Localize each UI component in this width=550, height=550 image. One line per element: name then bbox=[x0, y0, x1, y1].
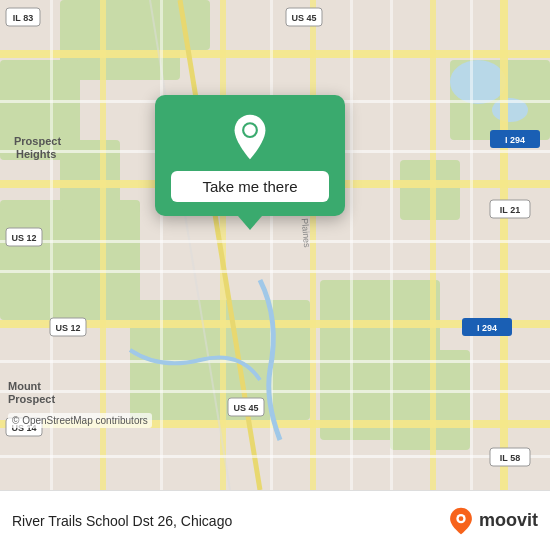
moovit-brand-text: moovit bbox=[479, 510, 538, 531]
svg-text:US 12: US 12 bbox=[11, 233, 36, 243]
svg-point-11 bbox=[450, 60, 506, 104]
svg-rect-26 bbox=[0, 240, 550, 243]
svg-text:IL 58: IL 58 bbox=[500, 453, 520, 463]
svg-rect-21 bbox=[500, 0, 508, 490]
svg-rect-34 bbox=[350, 0, 353, 490]
location-pin-icon bbox=[226, 113, 274, 161]
svg-rect-35 bbox=[390, 0, 393, 490]
svg-text:Mount: Mount bbox=[8, 380, 41, 392]
map-attribution: © OpenStreetMap contributors bbox=[8, 413, 152, 428]
svg-rect-28 bbox=[0, 360, 550, 363]
bottom-bar: River Trails School Dst 26, Chicago moov… bbox=[0, 490, 550, 550]
moovit-logo: moovit bbox=[447, 507, 538, 535]
svg-rect-27 bbox=[0, 270, 550, 273]
svg-rect-3 bbox=[0, 200, 140, 320]
svg-rect-13 bbox=[0, 50, 550, 58]
svg-text:I 294: I 294 bbox=[505, 135, 525, 145]
svg-rect-36 bbox=[470, 0, 473, 490]
svg-rect-30 bbox=[0, 455, 550, 458]
svg-text:IL 83: IL 83 bbox=[13, 13, 33, 23]
svg-rect-29 bbox=[0, 390, 550, 393]
svg-text:Heights: Heights bbox=[16, 148, 56, 160]
svg-point-63 bbox=[247, 128, 252, 133]
svg-text:Prospect: Prospect bbox=[14, 135, 61, 147]
svg-text:US 12: US 12 bbox=[55, 323, 80, 333]
moovit-logo-icon bbox=[447, 507, 475, 535]
take-me-there-button[interactable]: Take me there bbox=[171, 171, 329, 202]
svg-text:US 45: US 45 bbox=[291, 13, 316, 23]
svg-text:I 294: I 294 bbox=[477, 323, 497, 333]
svg-rect-8 bbox=[130, 0, 210, 50]
svg-rect-32 bbox=[160, 0, 163, 490]
place-name-label: River Trails School Dst 26, Chicago bbox=[12, 513, 439, 529]
svg-text:IL 21: IL 21 bbox=[500, 205, 520, 215]
svg-point-65 bbox=[459, 516, 464, 521]
svg-text:Prospect: Prospect bbox=[8, 393, 55, 405]
svg-text:US 45: US 45 bbox=[233, 403, 258, 413]
map-view[interactable]: IL 83 US 45 I 294 IL 21 US 12 US 12 US 4… bbox=[0, 0, 550, 490]
svg-rect-20 bbox=[430, 0, 436, 490]
location-popup[interactable]: Take me there bbox=[155, 95, 345, 216]
